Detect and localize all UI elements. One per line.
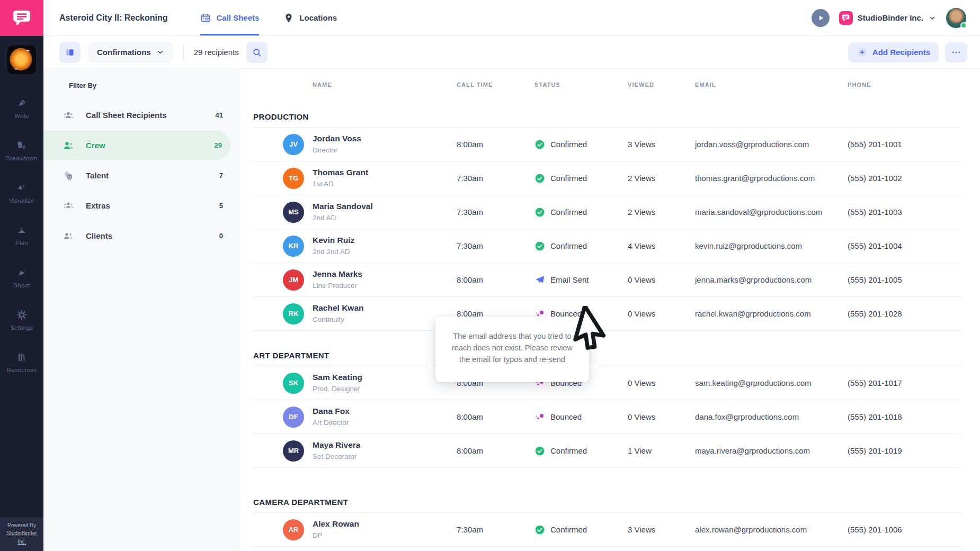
status-cell[interactable]: Confirmed xyxy=(534,525,628,535)
viewed-cell: 0 Views xyxy=(628,378,695,387)
phone-cell: (555) 201-1002 xyxy=(848,174,961,183)
rail-item-label: Visualize xyxy=(9,197,34,204)
recipients-table: NAME CALL TIME STATUS VIEWED EMAIL PHONE… xyxy=(239,69,980,551)
filter-item-label: Clients xyxy=(86,231,112,240)
status-cell[interactable]: Confirmed xyxy=(534,173,628,184)
table-row[interactable]: SKSam KeatingProd. Designer8:00amBounced… xyxy=(253,366,961,400)
rail-item-shoot[interactable]: Shoot xyxy=(6,267,37,288)
top-bar-right: StudioBinder Inc. xyxy=(812,8,966,28)
play-button[interactable] xyxy=(812,9,830,27)
add-recipients-label: Add Recipients xyxy=(872,48,930,57)
tab-label: Call Sheets xyxy=(216,13,259,22)
avatar: JV xyxy=(283,134,304,155)
confirmations-dropdown[interactable]: Confirmations xyxy=(88,42,173,63)
table-row[interactable]: TGThomas Grant1st AD7:30amConfirmed2 Vie… xyxy=(253,161,961,195)
table-row[interactable]: MSMaria Sandoval2nd AD7:30amConfirmed2 V… xyxy=(253,195,961,229)
recipient-name: Sam Keating xyxy=(313,372,362,383)
status-cell[interactable]: Bounced xyxy=(534,412,628,422)
more-options-button[interactable] xyxy=(945,42,967,62)
filter-item-label: Crew xyxy=(86,141,105,150)
project-title: Asteroid City II: Reckoning xyxy=(59,13,167,23)
top-bar: Asteroid City II: Reckoning Call Sheets … xyxy=(43,0,980,36)
status-cell[interactable]: Email Sent xyxy=(534,275,628,285)
filter-item-call-sheet-recipients[interactable]: Call Sheet Recipients41 xyxy=(43,100,239,130)
table-section-art-department: ART DEPARTMENTSKSam KeatingProd. Designe… xyxy=(253,345,961,468)
rail-item-write[interactable]: Write xyxy=(6,97,37,119)
user-avatar[interactable] xyxy=(946,8,966,28)
viewed-cell: 0 Views xyxy=(628,309,695,318)
recipient-name: Jenna Marks xyxy=(313,269,362,279)
filter-item-crew[interactable]: Crew29 xyxy=(43,130,230,160)
phone-cell: (555) 201-1001 xyxy=(848,140,961,149)
pin-icon xyxy=(283,13,294,23)
status-label: Confirmed xyxy=(550,446,587,455)
table-row[interactable]: MRMaya RiveraSet Decorator8:00amConfirme… xyxy=(253,434,961,468)
rail-item-label: Write xyxy=(14,113,29,119)
rail-item-settings[interactable]: Settings xyxy=(6,309,37,331)
recipient-role: Prod. Designer xyxy=(313,384,362,394)
filter-panel: Filter By Call Sheet Recipients41Crew29T… xyxy=(43,69,239,551)
ellipsis-icon xyxy=(951,47,961,58)
visualize-icon xyxy=(16,182,28,194)
phone-cell: (555) 201-1018 xyxy=(848,412,961,421)
status-label: Confirmed xyxy=(550,525,587,534)
call-time-cell: 7:30am xyxy=(457,241,534,250)
name-block: Thomas Grant1st AD xyxy=(313,167,368,189)
powered-by[interactable]: Powered By StudioBinder Inc. xyxy=(0,517,43,551)
tab-call-sheets[interactable]: Call Sheets xyxy=(200,0,259,35)
avatar: DF xyxy=(283,407,304,428)
filter-item-count: 41 xyxy=(216,111,223,119)
rail-item-resources[interactable]: Resources xyxy=(6,351,37,373)
table-header: NAME CALL TIME STATUS VIEWED EMAIL PHONE xyxy=(253,69,961,102)
avatar: MR xyxy=(283,440,304,462)
rail-item-visualize[interactable]: Visualize xyxy=(6,182,37,204)
phone-cell: (555) 201-1005 xyxy=(848,275,961,284)
name-block: Rachel KwanContinuity xyxy=(313,303,363,324)
tab-locations[interactable]: Locations xyxy=(283,0,337,35)
call-time-cell: 7:30am xyxy=(457,525,534,534)
status-cell[interactable]: Confirmed xyxy=(534,241,628,251)
section-title: CAMERA DEPARTMENT xyxy=(253,491,961,512)
table-row[interactable]: KRKevin Ruiz2nd 2nd AD7:30amConfirmed4 V… xyxy=(253,229,961,263)
filter-item-label: Extras xyxy=(86,201,110,210)
viewed-cell: 2 Views xyxy=(628,174,695,183)
email-cell: dana.fox@grproductions.com xyxy=(695,412,848,421)
name-cell: JVJordan VossDirector xyxy=(253,133,457,155)
paper-plane-icon xyxy=(534,275,545,285)
search-icon xyxy=(252,47,262,58)
content: Filter By Call Sheet Recipients41Crew29T… xyxy=(43,69,980,551)
filter-item-clients[interactable]: Clients0 xyxy=(43,221,239,251)
table-row[interactable]: JVJordan VossDirector8:00amConfirmed3 Vi… xyxy=(253,128,961,161)
calendar-icon xyxy=(200,13,211,23)
status-cell[interactable]: Confirmed xyxy=(534,207,628,218)
view-switcher-button[interactable] xyxy=(59,42,81,63)
powered-by-org-link[interactable]: StudioBinder Inc. xyxy=(2,529,41,546)
add-recipients-button[interactable]: Add Recipients xyxy=(848,42,939,62)
status-cell[interactable]: Confirmed xyxy=(534,446,628,456)
status-cell[interactable]: Confirmed xyxy=(534,139,628,150)
filter-item-extras[interactable]: Extras5 xyxy=(43,191,239,221)
check-circle-icon xyxy=(534,173,545,184)
check-circle-icon xyxy=(534,525,545,535)
avatar: JM xyxy=(283,269,304,291)
org-switcher[interactable]: StudioBinder Inc. xyxy=(839,11,937,25)
search-button[interactable] xyxy=(246,42,268,63)
studiobinder-logo[interactable] xyxy=(0,0,43,36)
table-row[interactable]: JMJenna MarksLine Producer8:00amEmail Se… xyxy=(253,263,961,297)
top-tabs: Call Sheets Locations xyxy=(200,0,337,35)
play-icon xyxy=(815,13,826,23)
project-thumbnail[interactable] xyxy=(7,46,36,74)
filter-item-talent[interactable]: Talent7 xyxy=(43,160,239,191)
rail-item-breakdown[interactable]: Breakdown xyxy=(6,140,37,161)
call-time-cell: 7:30am xyxy=(457,174,534,183)
status-label: Confirmed xyxy=(550,174,587,183)
name-block: Maria Sandoval2nd AD xyxy=(313,201,373,223)
name-block: Jordan VossDirector xyxy=(313,133,361,155)
table-row[interactable]: ARAlex RowanDP7:30amConfirmed3 Viewsalex… xyxy=(253,513,961,547)
table-row[interactable]: DFDana FoxArt Director8:00amBounced0 Vie… xyxy=(253,400,961,434)
column-header-viewed: VIEWED xyxy=(628,82,695,88)
name-block: Sam KeatingProd. Designer xyxy=(313,372,362,394)
email-cell: rachel.kwan@grproductions.com xyxy=(695,309,848,318)
rail-item-plan[interactable]: Plan xyxy=(6,224,37,246)
filter-title: Filter By xyxy=(43,82,239,89)
